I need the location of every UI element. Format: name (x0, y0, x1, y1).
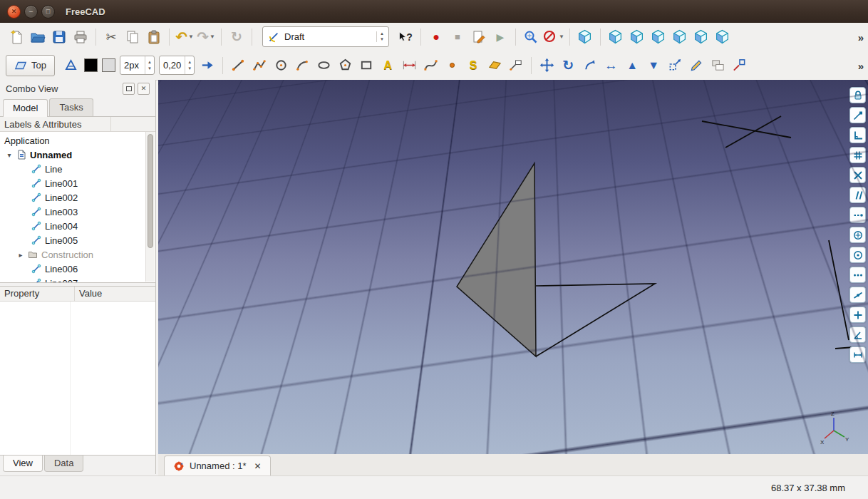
snap-endpoint-button[interactable] (849, 107, 866, 123)
tab-close-icon[interactable]: ✕ (254, 461, 262, 471)
undo-button[interactable]: ↶ ▼ (175, 27, 195, 47)
panel-float-button[interactable] (123, 83, 135, 95)
snap-dimensions-button[interactable] (849, 346, 866, 363)
filled-triangle-shape[interactable] (457, 163, 536, 356)
expander-closed-icon[interactable]: ▸ (17, 251, 24, 259)
line-width-arrows[interactable]: ▲ ▼ (145, 56, 154, 74)
tree-item[interactable]: Line005 (0, 233, 155, 247)
draft-dimension-button[interactable] (399, 56, 419, 76)
print-button[interactable] (71, 27, 91, 47)
snap-parallel-button[interactable] (849, 187, 866, 203)
text-scale-arrows[interactable]: ▲ ▼ (185, 56, 194, 74)
draft-arc-button[interactable] (292, 56, 312, 76)
expander-open-icon[interactable]: ▾ (6, 151, 13, 159)
tab-tasks[interactable]: Tasks (49, 98, 93, 116)
toolbar-overflow-icon[interactable]: » (858, 31, 864, 43)
snap-lock-button[interactable] (849, 87, 866, 103)
text-scale-spinbox[interactable]: 0,20 ▲ ▼ (159, 56, 195, 75)
tree-item[interactable]: Line004 (0, 219, 155, 233)
window-minimize-button[interactable]: – (24, 5, 38, 19)
workbench-selector[interactable]: Draft ▲ ▼ (262, 26, 389, 47)
draft-polygon-button[interactable] (335, 56, 355, 76)
draft-bspline-button[interactable] (420, 56, 440, 76)
snap-extension-button[interactable] (849, 207, 866, 223)
apply-style-button[interactable] (197, 56, 217, 76)
open-document-button[interactable] (28, 27, 48, 47)
draft-offset-button[interactable] (579, 56, 599, 76)
view-left-button[interactable] (713, 27, 733, 47)
tree-scrollbar[interactable] (145, 132, 155, 282)
redo-dropdown-icon[interactable]: ▼ (210, 34, 215, 40)
redo-button[interactable]: ↷ ▼ (196, 27, 216, 47)
snap-center-button[interactable] (849, 227, 866, 243)
save-button[interactable] (49, 27, 69, 47)
window-close-button[interactable]: ✕ (7, 5, 21, 19)
whats-this-button[interactable]: ? (396, 27, 415, 47)
cut-button[interactable]: ✂ (101, 27, 121, 47)
snap-special-button[interactable] (849, 267, 866, 283)
snap-arc-button[interactable] (849, 247, 866, 263)
macro-stop-button[interactable]: ■ (448, 27, 467, 47)
toolbar-overflow-icon[interactable]: » (858, 59, 864, 71)
construction-mode-button[interactable] (61, 56, 81, 76)
tab-data[interactable]: Data (44, 456, 83, 472)
draft-shapestring-button[interactable]: S (463, 56, 483, 76)
draft-line-button[interactable] (228, 56, 248, 76)
combo-view-titlebar[interactable]: Combo View ✕ (0, 80, 155, 97)
draft-label-button[interactable] (506, 56, 526, 76)
construction-line[interactable] (725, 116, 781, 148)
draft-scale-button[interactable] (665, 56, 685, 76)
draw-style-button[interactable]: ▼ (542, 27, 564, 47)
face-color-swatch[interactable] (102, 58, 115, 72)
wire-triangle-shape[interactable] (536, 284, 655, 356)
view-top-button[interactable] (627, 27, 647, 47)
draft-point-button[interactable] (442, 56, 462, 76)
draft-text-button[interactable]: A (378, 56, 398, 76)
snap-ortho-button[interactable] (849, 307, 866, 323)
snap-intersection-button[interactable] (849, 167, 866, 183)
draft-upgrade-button[interactable]: ▲ (622, 56, 642, 76)
3d-viewport[interactable]: X Y Z (158, 80, 868, 454)
tab-model[interactable]: Model (3, 99, 48, 117)
view-rear-button[interactable] (670, 27, 690, 47)
line-width-spinbox[interactable]: 2px ▲ ▼ (120, 56, 155, 75)
tree-scrollbar-thumb[interactable] (148, 134, 153, 248)
paste-button[interactable] (144, 27, 164, 47)
draft-downgrade-button[interactable]: ▼ (644, 56, 663, 76)
tree-item[interactable]: Line007 (0, 276, 155, 282)
draft-facebinder-button[interactable] (485, 56, 505, 76)
tree-item[interactable]: Line (0, 162, 155, 176)
working-plane-button[interactable]: Top (6, 55, 55, 76)
draft-move-button[interactable] (537, 56, 557, 76)
document-tab[interactable]: Unnamed : 1* ✕ (164, 456, 271, 475)
copy-button[interactable] (123, 27, 143, 47)
line-color-swatch[interactable] (84, 58, 98, 72)
window-maximize-button[interactable]: □ (41, 5, 55, 19)
tree-item[interactable]: Line006 (0, 262, 155, 276)
snap-near-button[interactable] (849, 287, 866, 303)
draft-wire-button[interactable] (249, 56, 269, 76)
draft-to-sketch-button[interactable] (729, 56, 749, 76)
macro-record-button[interactable]: ● (426, 27, 446, 47)
tree-item[interactable]: Line002 (0, 190, 155, 205)
edge-line[interactable] (829, 240, 849, 340)
draft-rectangle-button[interactable] (356, 56, 376, 76)
macro-execute-button[interactable]: ▶ (490, 27, 510, 47)
draw-style-dropdown-icon[interactable]: ▼ (559, 34, 564, 40)
value-column-header[interactable]: Value (75, 287, 106, 301)
draft-shape2dview-button[interactable] (708, 56, 728, 76)
view-bottom-button[interactable] (691, 27, 711, 47)
tree-item-construction-group[interactable]: ▸ Construction (0, 247, 155, 262)
draft-trimex-button[interactable]: ↔ (601, 56, 621, 76)
draft-rotate-button[interactable]: ↻ (558, 56, 578, 76)
tree-item-application[interactable]: Application (0, 133, 155, 148)
undo-dropdown-icon[interactable]: ▼ (188, 34, 194, 40)
titlebar[interactable]: ✕ – □ FreeCAD (0, 0, 868, 23)
panel-close-button[interactable]: ✕ (138, 83, 150, 95)
draft-ellipse-button[interactable] (314, 56, 334, 76)
view-front-button[interactable] (606, 27, 626, 47)
workbench-selector-arrows[interactable]: ▲ ▼ (376, 31, 387, 43)
snap-perpendicular-button[interactable] (849, 127, 866, 143)
tree-item[interactable]: Line001 (0, 176, 155, 190)
draft-circle-button[interactable] (271, 56, 291, 76)
